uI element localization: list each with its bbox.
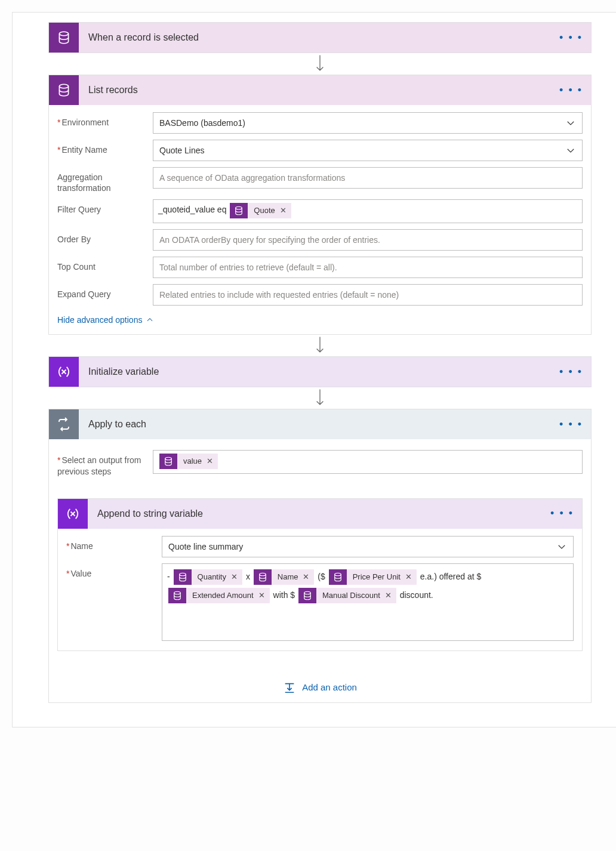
database-icon [254,569,272,585]
database-icon [329,569,347,585]
price-per-unit-token[interactable]: Price Per Unit✕ [329,569,417,585]
database-icon [168,588,186,603]
extended-amount-token[interactable]: Extended Amount✕ [168,588,270,603]
topcount-label: Top Count [57,257,153,272]
initialize-variable-card[interactable]: Initialize variable • • • [48,356,592,387]
token-remove[interactable]: ✕ [384,587,396,605]
loop-icon [49,409,79,439]
svg-point-6 [334,573,341,576]
variable-icon [58,499,88,529]
token-remove[interactable]: ✕ [301,569,314,586]
connector-arrow [315,387,325,409]
environment-select[interactable]: BASDemo (basdemo1) [153,112,583,134]
apply-to-each-title: Apply to each [88,419,559,430]
aggregation-input[interactable]: A sequence of OData aggregation transfor… [153,167,583,189]
entity-name-value: Quote Lines [159,146,205,155]
token-remove[interactable]: ✕ [230,569,242,586]
orderby-input[interactable]: An ODATA orderBy query for specifying th… [153,229,583,251]
trigger-card[interactable]: When a record is selected • • • [48,22,592,53]
flow-designer-canvas: When a record is selected • • • List rec… [12,12,616,727]
token-remove[interactable]: ✕ [279,204,291,217]
quantity-token[interactable]: Quantity✕ [174,569,242,585]
name-token[interactable]: Name✕ [254,569,315,585]
add-action-icon [283,681,296,694]
append-value-label: Value [66,563,162,579]
database-icon [298,588,316,603]
aggregation-placeholder: A sequence of OData aggregation transfor… [159,173,345,183]
append-string-menu-button[interactable]: • • • [550,507,574,520]
connector-arrow [315,335,325,356]
expand-input[interactable]: Related entries to include with requeste… [153,284,583,306]
append-value-input[interactable]: - Quantity✕ x Name✕ ($ Price Per Unit✕ e… [162,563,574,641]
database-icon [49,23,79,53]
list-records-card[interactable]: List records • • • Environment BASDemo (… [48,75,592,335]
token-label: Quote [248,204,278,217]
database-icon [230,203,248,218]
token-remove[interactable]: ✕ [404,569,417,586]
token-remove[interactable]: ✕ [205,454,218,468]
chevron-down-icon [565,145,576,156]
orderby-label: Order By [57,229,153,245]
svg-point-4 [179,573,186,576]
database-icon [49,75,79,105]
value-token[interactable]: value ✕ [159,454,218,469]
svg-point-3 [165,457,172,460]
svg-point-0 [59,32,68,36]
apply-to-each-menu-button[interactable]: • • • [559,418,583,431]
append-string-title: Append to string variable [97,508,550,519]
list-records-menu-button[interactable]: • • • [559,84,583,97]
trigger-title: When a record is selected [88,32,559,43]
list-records-title: List records [88,85,559,95]
environment-label: Environment [57,112,153,128]
entity-name-label: Entity Name [57,140,153,155]
append-name-value: Quote line summary [168,542,243,551]
expand-placeholder: Related entries to include with requeste… [159,290,399,300]
svg-point-5 [260,573,266,576]
select-output-label: Select an output from previous steps [57,450,153,476]
connector-arrow [315,53,325,75]
trigger-menu-button[interactable]: • • • [559,32,583,44]
hide-advanced-link[interactable]: Hide advanced options [57,315,154,325]
filter-query-input[interactable]: _quoteid_value eq Quote ✕ [153,199,583,223]
svg-point-7 [174,591,181,594]
apply-to-each-scope: Apply to each • • • Select an output fro… [48,409,592,702]
token-label: value [177,454,205,468]
token-remove[interactable]: ✕ [257,587,270,605]
database-icon [174,569,192,585]
quote-token[interactable]: Quote ✕ [230,203,291,218]
topcount-input[interactable]: Total number of entries to retrieve (def… [153,257,583,278]
initialize-variable-menu-button[interactable]: • • • [559,366,583,378]
select-output-input[interactable]: value ✕ [153,450,583,474]
environment-value: BASDemo (basdemo1) [159,118,245,128]
orderby-placeholder: An ODATA orderBy query for specifying th… [159,235,380,245]
manual-discount-token[interactable]: Manual Discount✕ [298,588,396,603]
svg-point-2 [236,206,242,209]
add-action-button[interactable]: Add an action [57,681,583,694]
filter-query-label: Filter Query [57,199,153,215]
chevron-down-icon [565,118,576,128]
chevron-down-icon [556,541,567,552]
append-name-label: Name [66,536,162,551]
chevron-up-icon [146,316,154,324]
apply-to-each-header[interactable]: Apply to each • • • [49,409,591,439]
expand-label: Expand Query [57,284,153,300]
entity-name-select[interactable]: Quote Lines [153,140,583,161]
svg-point-1 [59,84,68,88]
append-string-card[interactable]: Append to string variable • • • Name Quo… [57,498,583,651]
append-name-select[interactable]: Quote line summary [162,536,574,557]
aggregation-label: Aggregation transformation [57,167,153,193]
database-icon [159,454,177,469]
initialize-variable-title: Initialize variable [88,366,559,377]
variable-icon [49,357,79,387]
topcount-placeholder: Total number of entries to retrieve (def… [159,263,337,272]
svg-point-8 [304,591,311,594]
filter-query-text: _quoteid_value eq [158,205,226,214]
